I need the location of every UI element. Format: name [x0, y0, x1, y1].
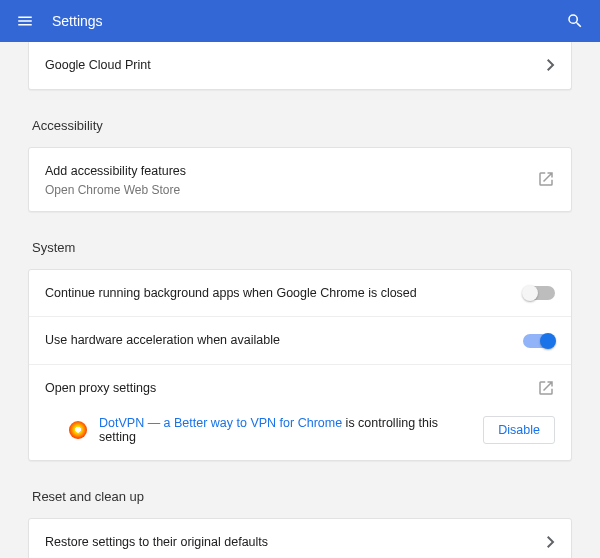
search-button[interactable]	[566, 12, 584, 30]
hardware-accel-row: Use hardware acceleration when available	[29, 316, 571, 364]
menu-button[interactable]	[16, 12, 34, 30]
open-proxy-row[interactable]: Open proxy settings	[29, 365, 571, 404]
row-label: Google Cloud Print	[45, 56, 537, 75]
extension-link[interactable]: DotVPN — a Better way to VPN for Chrome	[99, 416, 342, 430]
chevron-right-icon	[547, 536, 555, 548]
accessibility-heading: Accessibility	[32, 118, 572, 133]
chevron-right-icon	[547, 59, 555, 71]
system-heading: System	[32, 240, 572, 255]
toggle-knob	[540, 333, 556, 349]
background-apps-row: Continue running background apps when Go…	[29, 270, 571, 317]
app-header: Settings	[0, 0, 600, 42]
row-label: Restore settings to their original defau…	[45, 533, 537, 552]
row-label: Add accessibility features	[45, 162, 527, 181]
reset-heading: Reset and clean up	[32, 489, 572, 504]
toggle-knob	[522, 285, 538, 301]
hardware-accel-toggle[interactable]	[523, 334, 555, 348]
hamburger-icon	[16, 12, 34, 30]
content: Google Cloud Print Accessibility Add acc…	[0, 42, 600, 558]
disable-button[interactable]: Disable	[483, 416, 555, 444]
page-title: Settings	[52, 13, 566, 29]
search-icon	[566, 12, 584, 30]
restore-defaults-row[interactable]: Restore settings to their original defau…	[29, 519, 571, 558]
row-label: Use hardware acceleration when available	[45, 331, 513, 350]
reset-card: Restore settings to their original defau…	[28, 518, 572, 558]
open-external-icon	[537, 379, 555, 397]
system-card: Continue running background apps when Go…	[28, 269, 572, 461]
proxy-controlled-row: DotVPN — a Better way to VPN for Chrome …	[29, 404, 571, 460]
row-sublabel: Open Chrome Web Store	[45, 183, 527, 197]
background-apps-toggle[interactable]	[523, 286, 555, 300]
row-label: Open proxy settings	[45, 379, 527, 398]
proxy-block: Open proxy settings DotVPN — a Better wa…	[29, 364, 571, 460]
google-cloud-print-row[interactable]: Google Cloud Print	[29, 42, 571, 89]
accessibility-card: Add accessibility features Open Chrome W…	[28, 147, 572, 212]
row-label: Continue running background apps when Go…	[45, 284, 513, 303]
add-accessibility-row[interactable]: Add accessibility features Open Chrome W…	[29, 148, 571, 211]
controlled-text: DotVPN — a Better way to VPN for Chrome …	[99, 416, 471, 444]
dotvpn-icon	[69, 421, 87, 439]
open-external-icon	[537, 170, 555, 188]
printing-card: Google Cloud Print	[28, 42, 572, 90]
